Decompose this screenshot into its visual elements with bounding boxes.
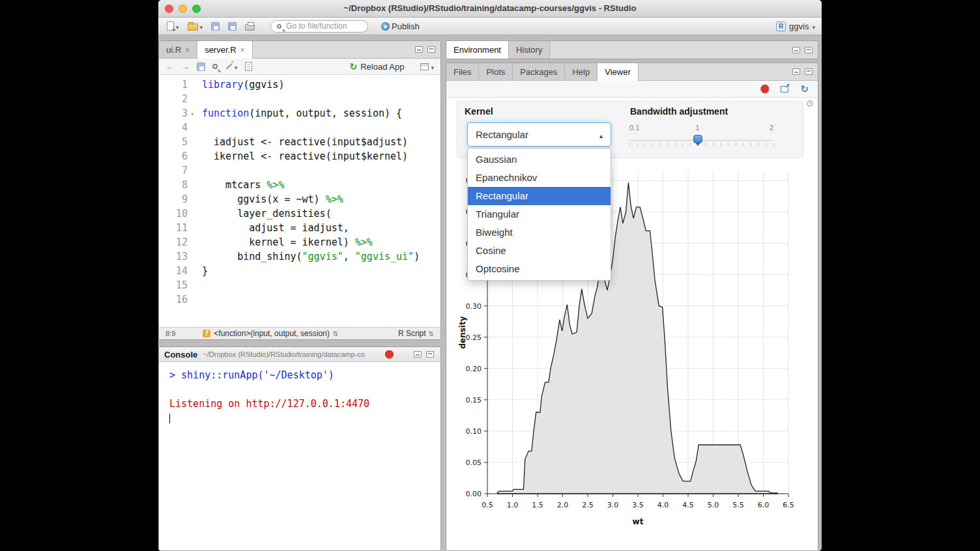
scope-selector[interactable]: <function>(input, output, session) [203,329,338,338]
gear-icon[interactable] [805,98,814,109]
kernel-option-epanechnikov[interactable]: Epanechnikov [468,169,611,187]
publish-label: Publish [392,21,420,31]
close-tab-icon[interactable] [240,45,245,55]
document-type-label: R Script [398,329,426,338]
code-line [202,163,420,178]
tab-history[interactable]: History [509,41,550,59]
back-icon[interactable] [166,62,174,72]
console-line: Listening on http://127.0.0.1:4470 [169,397,440,411]
line-number: 2 [159,92,188,106]
rstudio-window: ~/Dropbox (RStudio)/RStudio/training/dat… [158,0,822,551]
chevron-down-icon [235,62,238,72]
svg-text:6.5: 6.5 [783,501,794,509]
find-replace-icon[interactable] [212,64,218,69]
line-number: 14 [159,264,188,278]
kernel-option-optcosine[interactable]: Optcosine [468,260,611,278]
code-line: } [202,264,420,278]
run-options-button[interactable] [420,62,434,72]
tab-plots[interactable]: Plots [479,63,513,80]
tab-viewer[interactable]: Viewer [598,63,639,80]
kernel-option-triangular[interactable]: Triangular [468,205,611,223]
kernel-option-rectangular[interactable]: Rectangular [468,187,611,205]
close-window-button[interactable] [165,5,173,13]
kernel-dropdown: GaussianEpanechnikovRectangularTriangula… [467,148,611,281]
viewer-toolbar [446,81,818,98]
kernel-option-cosine[interactable]: Cosine [468,242,611,260]
workbench: ui.Rserver.R Reload App [158,36,822,551]
maximize-pane-icon[interactable] [426,351,434,358]
minimize-pane-icon[interactable] [792,68,800,75]
tab-environment[interactable]: Environment [446,41,509,59]
print-button[interactable] [243,21,257,32]
reload-icon [350,61,358,72]
save-icon[interactable] [197,63,205,71]
line-number: 5 [159,135,188,149]
save-button[interactable] [209,21,222,32]
svg-text:4.5: 4.5 [682,501,694,509]
code-editor[interactable]: 12345678910111213141516 library(ggvis) f… [159,75,440,326]
code-line [202,278,420,292]
svg-text:density: density [458,316,467,348]
refresh-icon[interactable] [800,83,809,95]
code-line: bind_shiny("ggvis", "ggvis_ui") [202,249,420,264]
panel-icon [420,63,429,70]
code-line [202,120,420,135]
new-file-button[interactable] [165,19,181,33]
source-tabstrip: ui.Rserver.R [159,41,440,59]
close-tab-icon[interactable] [185,45,190,55]
publish-button[interactable]: Publish [379,20,422,33]
svg-text:5.5: 5.5 [732,501,744,509]
tab-ui-r[interactable]: ui.R [159,41,197,58]
maximize-pane-icon[interactable] [427,46,435,53]
goto-file-search[interactable] [270,20,368,33]
minimize-pane-icon[interactable] [415,46,423,53]
open-in-new-window-icon[interactable] [781,86,788,92]
code-line: library(ggvis) [202,78,420,92]
svg-text:0.20: 0.20 [466,365,482,373]
save-all-button[interactable] [226,21,238,32]
maximize-pane-icon[interactable] [805,47,813,53]
console[interactable]: > shiny::runApp('~/Desktop') Listening o… [159,362,440,425]
bandwidth-slider[interactable]: 0.1 1 2 [629,124,773,152]
maximize-pane-icon[interactable] [805,68,813,75]
kernel-select[interactable]: Rectangular [467,122,611,147]
title-bar: ~/Dropbox (RStudio)/RStudio/training/dat… [158,0,822,18]
kernel-option-gaussian[interactable]: Gaussian [468,150,611,169]
tab-files[interactable]: Files [446,63,479,80]
minimize-pane-icon[interactable] [414,351,422,358]
up-down-icon [429,329,434,338]
project-menu[interactable]: ggvis [776,20,815,32]
minimize-window-button[interactable] [179,5,187,13]
forward-icon[interactable] [181,62,190,72]
code-tools-icon[interactable] [225,63,233,71]
viewer-pane: FilesPlotsPackagesHelpViewer Kernel Band… [446,63,818,551]
open-file-button[interactable] [186,19,205,33]
zoom-window-button[interactable] [192,5,201,13]
slider-handle[interactable] [693,135,702,143]
scope-label: <function>(input, output, session) [214,329,329,338]
save-icon [211,22,220,31]
chevron-down-icon [431,62,434,72]
tab-server-r[interactable]: server.R [197,41,252,58]
goto-file-input[interactable] [285,21,362,31]
tab-help[interactable]: Help [565,63,598,80]
tab-packages[interactable]: Packages [513,63,565,80]
window-title: ~/Dropbox (RStudio)/RStudio/training/dat… [158,0,822,17]
slider-mid-label: 1 [696,124,700,132]
svg-text:1.0: 1.0 [507,501,519,509]
reload-app-button[interactable]: Reload App [350,61,405,72]
minimize-pane-icon[interactable] [792,47,800,53]
slider-max-label: 2 [770,124,773,132]
console-line [169,382,440,397]
stop-icon[interactable] [385,350,394,359]
line-number: 7 [159,163,188,178]
code-line [202,92,420,106]
console-working-directory: ~/Dropbox (RStudio)/RStudio/training/dat… [203,350,365,358]
compile-report-icon[interactable] [245,62,252,71]
stop-app-icon[interactable] [760,85,769,93]
kernel-option-biweight[interactable]: Biweight [468,223,611,242]
chevron-down-icon [176,20,179,32]
environment-pane: EnvironmentHistory [446,40,818,59]
svg-text:2.5: 2.5 [582,501,594,509]
document-type-selector[interactable]: R Script [398,329,434,338]
